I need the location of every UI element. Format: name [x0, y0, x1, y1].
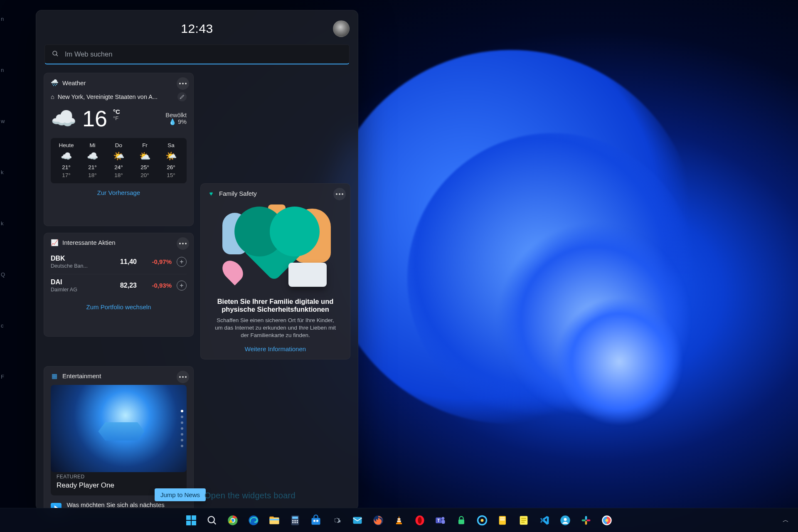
taskbar-store-icon[interactable]: [308, 512, 324, 529]
svg-rect-14: [294, 520, 296, 521]
profile-avatar[interactable]: [333, 20, 350, 37]
svg-rect-22: [353, 517, 362, 523]
current-temperature: 16: [82, 106, 107, 131]
wallpaper-bloom: [549, 291, 690, 432]
svg-rect-32: [441, 520, 445, 523]
svg-rect-17: [294, 522, 296, 523]
precip-text: 💧 9%: [165, 118, 187, 126]
stock-row[interactable]: DBKDeutsche Ban... 11,40 -0,97% +: [51, 251, 187, 274]
svg-rect-46: [582, 519, 586, 521]
svg-rect-8: [269, 517, 279, 524]
widget-title: Interessante Aktien: [62, 239, 116, 246]
taskbar-files-icon[interactable]: [495, 512, 511, 529]
taskbar-calculator-icon[interactable]: [287, 512, 303, 529]
svg-point-44: [564, 518, 567, 521]
widget-more-button[interactable]: [333, 188, 346, 200]
stock-row[interactable]: DAIDaimler AG 82,23 -0,93% +: [51, 274, 187, 298]
weather-location: New York, Vereinigte Staaten von A...: [58, 94, 158, 100]
svg-line-1: [56, 54, 58, 56]
taskbar-start-icon[interactable]: [183, 512, 200, 529]
family-safety-icon: ♥: [207, 190, 215, 197]
svg-rect-41: [521, 520, 526, 520]
forecast-link[interactable]: Zur Vorhersage: [51, 189, 187, 196]
svg-rect-15: [297, 520, 298, 521]
taskbar-explorer-icon[interactable]: [266, 512, 283, 529]
unit-fahrenheit[interactable]: °F: [113, 115, 120, 121]
widget-more-button[interactable]: [177, 371, 189, 383]
svg-rect-40: [521, 518, 526, 519]
forecast-day[interactable]: Sa🌤️26°15°: [158, 142, 184, 178]
taskbar-teams2-icon[interactable]: [557, 512, 574, 529]
web-search-bar[interactable]: [44, 44, 350, 64]
widget-more-button[interactable]: [177, 237, 189, 250]
featured-poster[interactable]: [51, 385, 187, 472]
forecast-day[interactable]: Fr⛅25°20°: [132, 142, 158, 178]
svg-rect-20: [313, 520, 315, 522]
carousel-dots[interactable]: [181, 410, 183, 447]
svg-rect-13: [292, 520, 294, 521]
taskbar-edge-icon[interactable]: [245, 512, 262, 529]
taskbar-mail-icon[interactable]: [349, 512, 366, 529]
current-condition-icon: ☁️: [51, 108, 76, 129]
widget-title: Family Safety: [219, 190, 257, 197]
svg-rect-16: [292, 522, 294, 523]
svg-line-3: [214, 522, 216, 524]
search-icon: [52, 50, 59, 59]
taskbar-vlc-icon[interactable]: [391, 512, 407, 529]
family-description: Schaffen Sie einen sicheren Ort für Ihre…: [207, 313, 343, 340]
weather-widget[interactable]: 🌧️ Weather ⌂ New York, Vereinigte Staate…: [44, 73, 194, 226]
tray-overflow-button[interactable]: ︿: [779, 514, 792, 527]
featured-label: FEATURED: [57, 474, 181, 480]
family-safety-widget[interactable]: ♥ Family Safety Bieten Sie Ihrer Familie…: [200, 183, 350, 360]
taskbar-vscode-icon[interactable]: [536, 512, 553, 529]
svg-rect-18: [297, 522, 298, 523]
forecast-day[interactable]: Mi☁️21°18°: [79, 142, 106, 178]
svg-point-2: [208, 516, 214, 522]
svg-text:T: T: [437, 517, 440, 522]
widget-title: Entertainment: [62, 372, 101, 379]
taskbar-chrome-icon[interactable]: [224, 512, 241, 529]
svg-rect-9: [269, 516, 274, 518]
taskbar-speccy-icon[interactable]: [474, 512, 490, 529]
family-safety-illustration: [206, 202, 345, 293]
svg-rect-45: [585, 516, 587, 520]
svg-rect-26: [397, 520, 401, 522]
family-learn-more-link[interactable]: Weitere Informationen: [207, 345, 343, 352]
taskbar-teams-icon[interactable]: T: [432, 512, 449, 529]
widgets-board-caption: Open the widgets board: [204, 491, 296, 500]
svg-rect-24: [396, 522, 402, 524]
forecast-day[interactable]: Do🌤️24°18°: [106, 142, 132, 178]
taskbar-search-icon[interactable]: [204, 512, 220, 529]
unit-celsius[interactable]: °C: [113, 108, 120, 115]
taskbar-slack-icon[interactable]: [578, 512, 594, 529]
forecast-row: Heute☁️21°17°Mi☁️21°18°Do🌤️24°18°Fr⛅25°2…: [51, 138, 187, 183]
taskbar: T ︿: [0, 508, 798, 532]
taskbar-app-icon[interactable]: [598, 512, 615, 529]
svg-point-0: [53, 51, 57, 55]
entertainment-icon: ▦: [51, 372, 58, 380]
taskbar-opera-icon[interactable]: [411, 512, 428, 529]
widget-title: Weather: [62, 79, 86, 86]
svg-rect-33: [458, 519, 464, 524]
stocks-icon: 📈: [51, 239, 58, 246]
add-stock-button[interactable]: +: [177, 257, 187, 267]
svg-rect-21: [316, 520, 318, 522]
edit-location-button[interactable]: [177, 92, 187, 101]
svg-rect-47: [585, 521, 587, 525]
family-headline: Bieten Sie Ihrer Familie digitale und ph…: [207, 298, 343, 313]
svg-rect-19: [312, 518, 320, 525]
svg-rect-37: [500, 517, 505, 518]
svg-rect-10: [269, 519, 279, 520]
portfolio-link[interactable]: Zum Portfolio wechseln: [51, 303, 187, 310]
forecast-day[interactable]: Heute☁️21°17°: [53, 142, 79, 178]
add-stock-button[interactable]: +: [177, 281, 187, 291]
taskbar-settings-icon[interactable]: [328, 512, 345, 529]
stocks-widget[interactable]: 📈 Interessante Aktien DBKDeutsche Ban...…: [44, 233, 194, 337]
web-search-input[interactable]: [65, 50, 342, 58]
taskbar-lock-icon[interactable]: [453, 512, 470, 529]
jump-to-news-tooltip[interactable]: Jump to News: [155, 488, 206, 501]
taskbar-notes-icon[interactable]: [515, 512, 532, 529]
widget-more-button[interactable]: [177, 77, 189, 90]
taskbar-firefox-icon[interactable]: [370, 512, 387, 529]
svg-rect-12: [292, 516, 298, 519]
